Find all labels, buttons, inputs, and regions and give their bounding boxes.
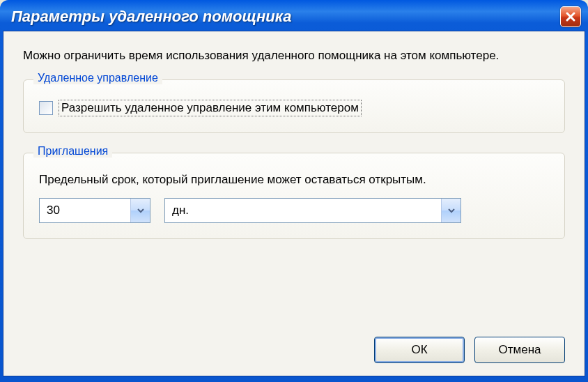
allow-remote-control-checkbox[interactable] — [39, 101, 53, 115]
client-area: Можно ограничить время использования уда… — [3, 31, 585, 376]
dialog-button-row: ОК Отмена — [374, 337, 565, 363]
groupbox-invite-legend: Приглашения — [33, 145, 112, 158]
invitation-description: Предельный срок, который приглашение мож… — [39, 173, 549, 187]
titlebar[interactable]: Параметры удаленного помощника — [3, 3, 585, 31]
chevron-down-icon — [137, 206, 145, 215]
invitation-duration-number-dropdown[interactable]: 30 — [39, 198, 150, 223]
chevron-down-icon — [447, 206, 456, 215]
checkbox-row: Разрешить удаленное управление этим комп… — [39, 100, 362, 116]
window-title: Параметры удаленного помощника — [11, 8, 291, 26]
close-button[interactable] — [560, 6, 581, 27]
allow-remote-control-label[interactable]: Разрешить удаленное управление этим комп… — [59, 100, 362, 116]
close-icon — [565, 11, 576, 22]
intro-text: Можно ограничить время использования уда… — [23, 48, 565, 64]
dropdown-arrow-button[interactable] — [441, 199, 461, 222]
dropdown-unit-value: дн. — [165, 204, 196, 217]
dropdown-number-value: 30 — [40, 204, 67, 217]
groupbox-remote-control: Удаленное управление Разрешить удаленное… — [23, 79, 565, 133]
ok-button[interactable]: ОК — [374, 337, 465, 363]
dropdown-row: 30 дн. — [39, 198, 549, 223]
dialog-window: Параметры удаленного помощника Можно огр… — [0, 0, 588, 382]
dropdown-arrow-button[interactable] — [130, 199, 150, 222]
groupbox-remote-legend: Удаленное управление — [33, 72, 162, 84]
groupbox-invitations: Приглашения Предельный срок, который при… — [23, 153, 565, 239]
cancel-button[interactable]: Отмена — [474, 337, 565, 363]
invitation-duration-unit-dropdown[interactable]: дн. — [164, 198, 461, 223]
